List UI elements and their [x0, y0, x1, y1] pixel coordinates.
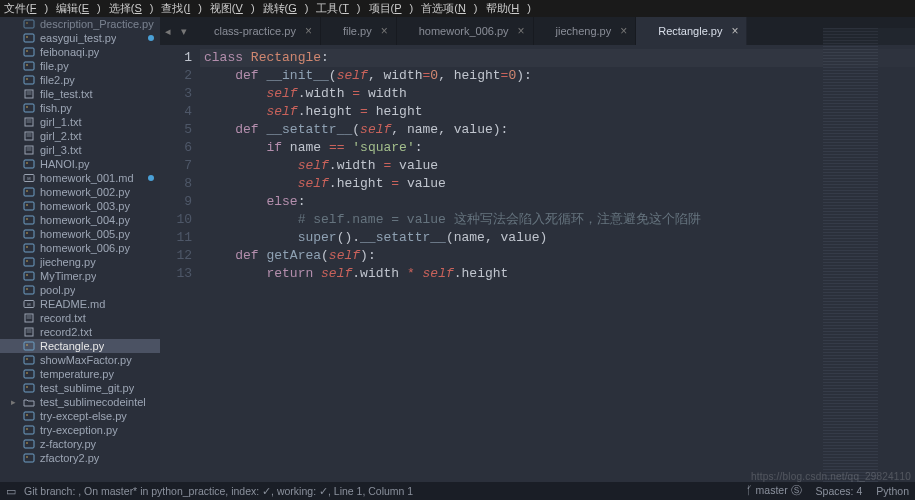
tree-item-homework-001-md[interactable]: Mhomework_001.md: [0, 171, 160, 185]
code-line[interactable]: def getArea(self):: [200, 247, 915, 265]
tree-item-feibonaqi-py[interactable]: feibonaqi.py: [0, 45, 160, 59]
tab-close-icon[interactable]: ×: [731, 24, 738, 38]
tree-item-test-sublimecodeintel[interactable]: ▸test_sublimecodeintel: [0, 395, 160, 409]
tab-arrow-left[interactable]: ◂: [160, 17, 176, 45]
tree-item-girl-3-txt[interactable]: girl_3.txt: [0, 143, 160, 157]
status-lang[interactable]: Python: [876, 485, 909, 497]
tree-item-record-txt[interactable]: record.txt: [0, 311, 160, 325]
menu-i[interactable]: 查找(I): [161, 1, 201, 16]
menu-g[interactable]: 跳转(G): [263, 1, 309, 16]
tree-item-try-except-else-py[interactable]: try-except-else.py: [0, 409, 160, 423]
code-line[interactable]: self.width = width: [200, 85, 915, 103]
editor[interactable]: 12345678910111213 class Rectangle: def _…: [160, 45, 915, 482]
tab-arrow-dropdown[interactable]: ▾: [176, 17, 192, 45]
svg-point-37: [26, 246, 28, 248]
svg-point-3: [26, 36, 28, 38]
svg-point-7: [26, 64, 28, 66]
tab-homework-006-py[interactable]: homework_006.py×: [397, 17, 534, 45]
tab-close-icon[interactable]: ×: [518, 24, 525, 38]
tree-item-zfactory2-py[interactable]: zfactory2.py: [0, 451, 160, 465]
code-line[interactable]: self.width = value: [200, 157, 915, 175]
tree-item-record2-txt[interactable]: record2.txt: [0, 325, 160, 339]
tree-item-homework-004-py[interactable]: homework_004.py: [0, 213, 160, 227]
tree-item-girl-2-txt[interactable]: girl_2.txt: [0, 129, 160, 143]
menu-s[interactable]: 选择(S): [109, 1, 154, 16]
tab-class-practice-py[interactable]: class-practice.py×: [192, 17, 321, 45]
tree-item-description-practice-py[interactable]: description_Practice.py: [0, 17, 160, 31]
tab-label: jiecheng.py: [556, 25, 612, 37]
git-branch-widget[interactable]: ᚶ master Ⓢ: [746, 484, 802, 498]
code-line[interactable]: def __init__(self, width=0, height=0):: [200, 67, 915, 85]
tree-item-girl-1-txt[interactable]: girl_1.txt: [0, 115, 160, 129]
py-file-icon: [22, 439, 36, 449]
file-name-label: feibonaqi.py: [40, 46, 99, 58]
code-line[interactable]: return self.width * self.height: [200, 265, 915, 283]
code-line[interactable]: self.height = value: [200, 175, 915, 193]
code-line[interactable]: # self.name = value 这种写法会陷入死循环，注意避免这个陷阱: [200, 211, 915, 229]
file-name-label: file.py: [40, 60, 69, 72]
svg-rect-0: [24, 20, 34, 28]
tree-item-file2-py[interactable]: file2.py: [0, 73, 160, 87]
menu-p[interactable]: 项目(P): [369, 1, 414, 16]
tree-item-fish-py[interactable]: fish.py: [0, 101, 160, 115]
tree-item-rectangle-py[interactable]: Rectangle.py: [0, 339, 160, 353]
txt-file-icon: [22, 89, 36, 99]
svg-rect-52: [24, 342, 34, 350]
console-icon[interactable]: ▭: [6, 485, 16, 497]
tab-close-icon[interactable]: ×: [305, 24, 312, 38]
tree-item-mytimer-py[interactable]: MyTimer.py: [0, 269, 160, 283]
file-tree[interactable]: description_Practice.pyeasygui_test.pyfe…: [0, 17, 160, 482]
svg-point-9: [26, 78, 28, 80]
folder-file-icon: [22, 397, 36, 407]
svg-rect-13: [24, 104, 34, 112]
file-name-label: test_sublime_git.py: [40, 382, 134, 394]
tree-item-easygui-test-py[interactable]: easygui_test.py: [0, 31, 160, 45]
code-line[interactable]: else:: [200, 193, 915, 211]
svg-rect-54: [24, 356, 34, 364]
menu-f[interactable]: 文件(F): [4, 1, 48, 16]
menu-v[interactable]: 视图(V): [210, 1, 255, 16]
status-left[interactable]: Git branch: , On master* in python_pract…: [24, 485, 413, 497]
file-name-label: pool.py: [40, 284, 75, 296]
svg-point-25: [26, 162, 28, 164]
code-content[interactable]: class Rectangle: def __init__(self, widt…: [200, 45, 915, 482]
svg-point-43: [26, 288, 28, 290]
tree-item-test-sublime-git-py[interactable]: test_sublime_git.py: [0, 381, 160, 395]
tab-close-icon[interactable]: ×: [620, 24, 627, 38]
tree-item-homework-005-py[interactable]: homework_005.py: [0, 227, 160, 241]
tree-item-file-test-txt[interactable]: file_test.txt: [0, 87, 160, 101]
code-line[interactable]: def __setattr__(self, name, value):: [200, 121, 915, 139]
tree-item-z-factory-py[interactable]: z-factory.py: [0, 437, 160, 451]
tree-item-pool-py[interactable]: pool.py: [0, 283, 160, 297]
tree-item-temperature-py[interactable]: temperature.py: [0, 367, 160, 381]
tab-file-py[interactable]: file.py×: [321, 17, 397, 45]
code-line[interactable]: if name == 'square':: [200, 139, 915, 157]
code-line[interactable]: class Rectangle:: [200, 49, 915, 67]
menu-n[interactable]: 首选项(N): [421, 1, 477, 16]
tree-item-homework-006-py[interactable]: homework_006.py: [0, 241, 160, 255]
tree-item-homework-002-py[interactable]: homework_002.py: [0, 185, 160, 199]
file-name-label: easygui_test.py: [40, 32, 116, 44]
file-name-label: file2.py: [40, 74, 75, 86]
tab-rectangle-py[interactable]: Rectangle.py×: [636, 17, 747, 45]
tree-item-homework-003-py[interactable]: homework_003.py: [0, 199, 160, 213]
code-line[interactable]: super().__setattr__(name, value): [200, 229, 915, 247]
svg-rect-2: [24, 34, 34, 42]
menu-t[interactable]: 工具(T): [316, 1, 360, 16]
menu-h[interactable]: 帮助(H): [486, 1, 531, 16]
tree-item-hanoi-py[interactable]: HANOI.py: [0, 157, 160, 171]
tree-item-showmaxfactor-py[interactable]: showMaxFactor.py: [0, 353, 160, 367]
tree-item-try-exception-py[interactable]: try-exception.py: [0, 423, 160, 437]
tree-item-readme-md[interactable]: MREADME.md: [0, 297, 160, 311]
tab-jiecheng-py[interactable]: jiecheng.py×: [534, 17, 637, 45]
tree-item-jiecheng-py[interactable]: jiecheng.py: [0, 255, 160, 269]
status-spaces[interactable]: Spaces: 4: [816, 485, 863, 497]
menu-e[interactable]: 编辑(E): [56, 1, 101, 16]
tree-item-file-py[interactable]: file.py: [0, 59, 160, 73]
tab-close-icon[interactable]: ×: [381, 24, 388, 38]
svg-text:M: M: [27, 302, 30, 307]
file-name-label: fish.py: [40, 102, 72, 114]
minimap[interactable]: [823, 28, 915, 500]
tab-label: Rectangle.py: [658, 25, 722, 37]
code-line[interactable]: self.height = height: [200, 103, 915, 121]
